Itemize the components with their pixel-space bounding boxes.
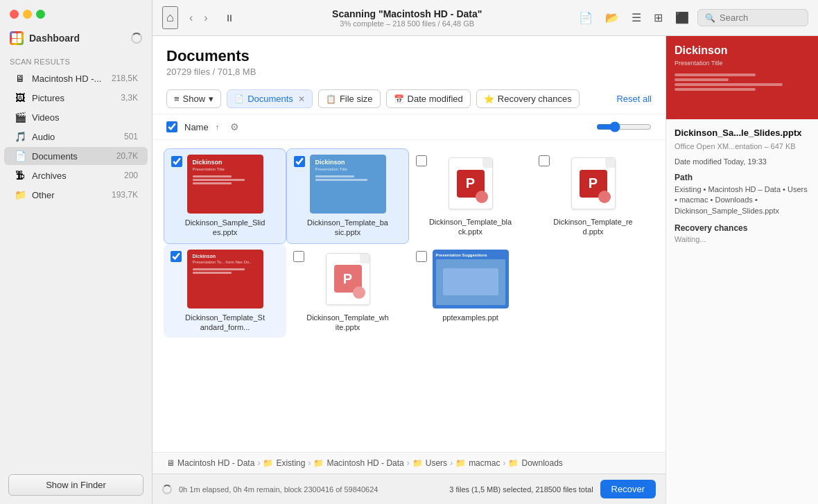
date-modified-filter-button[interactable]: 📅 Date modified	[386, 89, 471, 108]
preview-thumb-subtitle: Presentation Title	[675, 60, 810, 67]
preview-details: Dickinson_Sa...le_Slides.pptx Office Ope…	[666, 119, 818, 252]
breadcrumb-item[interactable]: 📁 Macintosh HD - Data	[313, 458, 403, 468]
sidebar-item-count: 501	[124, 132, 138, 141]
sidebar-item-videos[interactable]: 🎬 Videos	[4, 108, 148, 126]
main-content: ⌂ ‹ › ⏸ Scanning "Macintosh HD - Data" 3…	[153, 0, 818, 504]
show-filter-button[interactable]: ≡ Show ▾	[166, 89, 221, 108]
show-in-finder-button[interactable]: Show in Finder	[8, 474, 143, 496]
back-button[interactable]: ‹	[185, 9, 197, 27]
folder-view-button[interactable]: 📂	[601, 8, 623, 27]
name-sort-label[interactable]: Name	[184, 122, 209, 132]
document-view-button[interactable]: 📄	[575, 8, 597, 27]
file-item[interactable]: P Dickinson_Template_black.pptx	[409, 148, 532, 244]
file-checkbox[interactable]	[293, 251, 304, 262]
sidebar-item-label: Macintosh HD -...	[32, 73, 106, 84]
page-title: Documents	[166, 47, 652, 65]
file-item[interactable]: Dickinson Presentation Title Dickinson_S…	[164, 148, 286, 244]
document-tag-icon: 📄	[234, 94, 244, 103]
grid-view-button[interactable]: ⊞	[650, 8, 667, 27]
list-view-button[interactable]: ☰	[627, 8, 645, 27]
calendar-icon: 📅	[394, 94, 404, 104]
sidebar: Dashboard Scan results 🖥 Macintosh HD -.…	[0, 0, 153, 504]
sidebar-item-pictures[interactable]: 🖼 Pictures 3,3K	[4, 89, 148, 107]
column-filter-button[interactable]: ⚙	[226, 120, 243, 134]
file-checkbox[interactable]	[171, 156, 182, 167]
maximize-button[interactable]	[36, 10, 45, 19]
file-item[interactable]: Dickinson Presentation To... form Nex Do…	[164, 244, 286, 338]
sidebar-item-macintosh[interactable]: 🖥 Macintosh HD -... 218,5K	[4, 69, 148, 87]
window-subtitle: 3% complete – 218 500 files / 64,48 GB	[247, 19, 568, 28]
close-button[interactable]	[10, 10, 19, 19]
pptx-icon: P	[571, 157, 616, 209]
titlebar-actions: 📄 📂 ☰ ⊞ ⬛ 🔍	[575, 8, 808, 27]
sidebar-item-count: 200	[124, 171, 138, 180]
pptx-preview: Dickinson Presentation Title	[310, 155, 386, 214]
home-button[interactable]: ⌂	[162, 6, 178, 29]
preview-path: Existing • Macintosh HD – Data • Users •…	[675, 184, 810, 216]
search-box[interactable]: 🔍	[697, 9, 808, 26]
search-input[interactable]	[720, 12, 801, 23]
file-checkbox[interactable]	[416, 155, 427, 166]
file-thumbnail: P	[555, 154, 632, 213]
file-item[interactable]: P Dickinson_Template_red.pptx	[532, 148, 654, 244]
breadcrumb-label: Users	[426, 458, 447, 468]
navigation-buttons: ‹ ›	[185, 9, 212, 27]
select-all-checkbox[interactable]	[166, 121, 177, 132]
date-modified-value-text: Today, 19:33	[724, 157, 767, 166]
file-name: Dickinson_Template_basic.pptx	[306, 218, 390, 238]
dashboard-item[interactable]: Dashboard	[0, 26, 152, 51]
file-name: Dickinson_Template_red.pptx	[552, 217, 635, 237]
file-checkbox[interactable]	[416, 251, 427, 262]
filter-bar: ≡ Show ▾ 📄 Documents ✕ 📋 File size 📅 Dat…	[153, 84, 665, 114]
breadcrumb-separator: ›	[407, 458, 410, 468]
file-name: pptexamples.ppt	[442, 313, 498, 322]
preview-thumb-lines	[675, 73, 810, 93]
sidebar-bottom: Show in Finder	[0, 466, 152, 504]
pptx-preview: Dickinson Presentation Title	[187, 155, 263, 214]
zoom-slider[interactable]	[596, 121, 652, 132]
file-thumbnail: Dickinson Presentation To... form Nex Do…	[187, 250, 263, 309]
documents-tag-label: Documents	[247, 94, 293, 104]
archives-icon: 🗜	[14, 170, 26, 181]
scan-results-label: Scan results	[0, 53, 152, 69]
file-thumbnail: Presentation Suggestions	[433, 250, 509, 309]
macintosh-icon: 🖥	[14, 73, 26, 84]
file-item[interactable]: Dickinson Presentation Title Dickinson_T…	[286, 148, 409, 244]
breadcrumb-item[interactable]: 📁 Downloads	[508, 458, 562, 468]
recover-button[interactable]: Recover	[600, 480, 656, 498]
star-icon: ⭐	[484, 94, 494, 104]
pptx-icon: P	[326, 253, 370, 305]
file-item[interactable]: Presentation Suggestions pptexamples.ppt	[409, 244, 532, 338]
sidebar-item-other[interactable]: 📁 Other 193,7K	[4, 186, 148, 204]
recovery-section-title: Recovery chances	[675, 223, 810, 233]
breadcrumb-item[interactable]: 📁 macmac	[455, 458, 500, 468]
sidebar-item-audio[interactable]: 🎵 Audio 501	[4, 128, 148, 146]
documents-icon: 📄	[14, 150, 26, 162]
status-text: 0h 1m elapsed, 0h 4m remain, block 23004…	[179, 485, 442, 494]
remove-documents-filter-icon[interactable]: ✕	[298, 94, 305, 104]
breadcrumb-item[interactable]: 📁 Users	[412, 458, 447, 468]
forward-button[interactable]: ›	[200, 9, 211, 27]
file-size-filter-button[interactable]: 📋 File size	[318, 89, 381, 108]
breadcrumb-separator: ›	[503, 458, 505, 468]
macintosh-breadcrumb-icon: 🖥	[166, 458, 175, 468]
breadcrumb-item[interactable]: 📁 Existing	[263, 458, 305, 468]
documents-filter-tag[interactable]: 📄 Documents ✕	[227, 89, 313, 108]
file-item[interactable]: P Dickinson_Template_white.pptx	[286, 244, 409, 338]
sidebar-item-count: 193,7K	[112, 190, 138, 200]
file-checkbox[interactable]	[294, 156, 305, 167]
sidebar-item-archives[interactable]: 🗜 Archives 200	[4, 166, 148, 184]
pause-button[interactable]: ⏸	[219, 10, 240, 26]
minimize-button[interactable]	[23, 10, 32, 19]
panel-toggle-button[interactable]: ⬛	[671, 8, 693, 27]
sidebar-item-label: Audio	[32, 132, 119, 142]
date-modified-label: Date modified	[675, 157, 722, 166]
file-checkbox[interactable]	[539, 155, 550, 166]
file-thumbnail: Dickinson Presentation Title	[187, 155, 263, 214]
recovery-chances-filter-button[interactable]: ⭐ Recovery chances	[476, 89, 580, 108]
reset-all-button[interactable]: Reset all	[616, 94, 652, 104]
breadcrumb-item[interactable]: 🖥 Macintosh HD - Data	[166, 458, 254, 468]
file-checkbox[interactable]	[171, 251, 182, 262]
sidebar-item-documents[interactable]: 📄 Documents 20,7K	[4, 147, 148, 165]
pptx-preview: Dickinson Presentation To... form Nex Do…	[187, 250, 263, 309]
